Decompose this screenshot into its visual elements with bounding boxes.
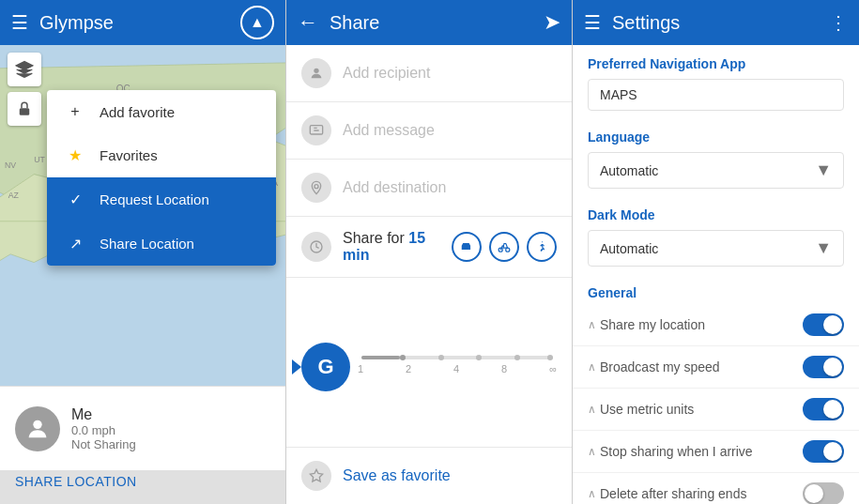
bike-mode-button[interactable]	[489, 232, 519, 262]
slider-label-2: 2	[406, 363, 411, 374]
settings-header: ☰ Settings ⋮	[573, 0, 859, 45]
broadcast-speed-toggle-row: ∧ Broadcast my speed	[573, 346, 859, 389]
nav-app-header: Preferred Navigation App	[573, 45, 859, 75]
navigation-button[interactable]: ▲	[240, 6, 274, 39]
delete-after-toggle[interactable]	[803, 482, 844, 504]
slider-track-area[interactable]: 1 2 4 8 ∞	[358, 356, 557, 378]
car-mode-button[interactable]	[452, 232, 482, 262]
delete-after-label: Delete after sharing ends	[600, 486, 746, 501]
arrow-icon: ↗	[62, 235, 88, 252]
chevron-icon-3: ∧	[588, 403, 596, 416]
stop-sharing-toggle-row: ∧ Stop sharing when I arrive	[573, 431, 859, 473]
slider-label-4: 4	[453, 363, 459, 374]
slider-label-8: 8	[501, 363, 507, 374]
lock-icon[interactable]	[8, 92, 41, 126]
metric-units-toggle-row: ∧ Use metric units	[573, 389, 859, 431]
stop-sharing-toggle[interactable]	[803, 440, 844, 463]
toggle-knob-3	[823, 400, 842, 419]
destination-placeholder: Add destination	[343, 179, 446, 196]
stop-sharing-label: Stop sharing when I arrive	[600, 444, 753, 459]
glympse-header: ☰ Glympse ▲	[0, 0, 285, 45]
stop-sharing-toggle-label: ∧ Stop sharing when I arrive	[588, 444, 803, 459]
metric-units-toggle[interactable]	[803, 398, 844, 420]
share-location-toggle-row: ∧ Share my location	[573, 304, 859, 346]
save-favorite-button[interactable]: Save as favorite	[286, 447, 572, 504]
star-icon: ★	[62, 146, 88, 164]
map-area[interactable]: MT ND QC ID NV UT AZ NM TX CO KS MO IN O…	[0, 45, 285, 386]
nav-app-label: MAPS	[600, 87, 637, 102]
user-speed: 0.0 mph	[71, 423, 270, 437]
slider-label-inf: ∞	[549, 363, 557, 374]
message-placeholder: Add message	[343, 122, 435, 139]
svg-rect-28	[20, 108, 30, 115]
nav-app-value[interactable]: MAPS	[588, 79, 844, 111]
clock-icon	[301, 232, 331, 262]
back-button[interactable]: ←	[298, 10, 318, 35]
send-button[interactable]: ➤	[544, 10, 560, 35]
share-location-label: Share Location	[100, 236, 194, 252]
recipient-field[interactable]: Add recipient	[286, 45, 572, 102]
glympse-logo: G	[301, 343, 350, 391]
panel-settings: ☰ Settings ⋮ Preferred Navigation App MA…	[573, 0, 859, 504]
add-favorite-item[interactable]: + Add favorite	[47, 90, 276, 133]
dark-mode-header: Dark Mode	[573, 196, 859, 226]
svg-text:AZ: AZ	[8, 191, 20, 200]
share-location-item[interactable]: ↗ Share Location	[47, 221, 276, 266]
more-options-icon[interactable]: ⋮	[829, 11, 848, 34]
nav-arrow-icon: ▲	[250, 14, 265, 31]
svg-point-29	[33, 420, 41, 428]
user-name: Me	[71, 406, 270, 423]
dark-mode-dropdown[interactable]: Automatic ▼	[588, 230, 844, 267]
transport-icons	[452, 232, 557, 262]
broadcast-speed-toggle[interactable]	[803, 356, 844, 378]
svg-text:UT: UT	[34, 155, 45, 164]
slider-area: G 1 2 4 8 ∞	[286, 278, 572, 447]
request-location-item[interactable]: ✓ Request Location	[47, 177, 276, 221]
destination-field[interactable]: Add destination	[286, 160, 572, 217]
share-location-toggle[interactable]	[803, 313, 844, 336]
settings-menu-icon[interactable]: ☰	[584, 11, 601, 34]
menu-icon[interactable]: ☰	[11, 11, 28, 34]
recipient-placeholder: Add recipient	[343, 65, 430, 82]
metric-units-toggle-label: ∧ Use metric units	[588, 402, 803, 417]
add-favorite-label: Add favorite	[100, 104, 175, 120]
svg-marker-36	[310, 469, 322, 481]
panel-share: ← Share ➤ Add recipient Add message Add …	[286, 0, 573, 504]
chevron-icon-2: ∧	[588, 360, 596, 374]
share-title: Share	[330, 12, 544, 34]
favorites-item[interactable]: ★ Favorites	[47, 133, 276, 177]
share-location-button[interactable]: SHARE LOCATION	[15, 470, 270, 493]
save-star-icon	[301, 461, 331, 491]
panel-glympse: ☰ Glympse ▲ MT ND QC ID NV UT AZ NM	[0, 0, 286, 504]
recipient-icon	[301, 58, 331, 88]
plus-icon: +	[62, 103, 88, 120]
language-header: Language	[573, 118, 859, 148]
destination-icon	[301, 173, 331, 203]
dark-mode-arrow-icon: ▼	[815, 238, 832, 258]
broadcast-speed-toggle-label: ∧ Broadcast my speed	[588, 359, 803, 374]
favorites-label: Favorites	[100, 147, 158, 163]
language-value: Automatic	[600, 163, 815, 178]
context-menu: + Add favorite ★ Favorites ✓ Request Loc…	[47, 90, 276, 266]
language-dropdown[interactable]: Automatic ▼	[588, 152, 844, 189]
settings-body: Preferred Navigation App MAPS Language A…	[573, 45, 859, 504]
user-details: Me 0.0 mph Not Sharing	[71, 406, 270, 451]
general-header: General	[573, 274, 859, 304]
chevron-icon-5: ∧	[588, 487, 596, 500]
walk-mode-button[interactable]	[527, 232, 557, 262]
user-sharing-status: Not Sharing	[71, 437, 270, 451]
language-arrow-icon: ▼	[815, 160, 832, 180]
message-field[interactable]: Add message	[286, 102, 572, 160]
check-icon: ✓	[62, 191, 88, 208]
request-location-label: Request Location	[100, 191, 209, 207]
slider-labels: 1 2 4 8 ∞	[358, 359, 557, 378]
duration-row: Share for 15 min	[286, 217, 572, 278]
settings-title: Settings	[612, 12, 829, 34]
broadcast-speed-label: Broadcast my speed	[600, 359, 720, 374]
message-icon	[301, 115, 331, 145]
delete-after-toggle-label: ∧ Delete after sharing ends	[588, 486, 803, 501]
map-layers-icon[interactable]	[8, 53, 41, 86]
chevron-icon-4: ∧	[588, 445, 596, 458]
glympse-title: Glympse	[39, 12, 240, 34]
share-header: ← Share ➤	[286, 0, 572, 45]
